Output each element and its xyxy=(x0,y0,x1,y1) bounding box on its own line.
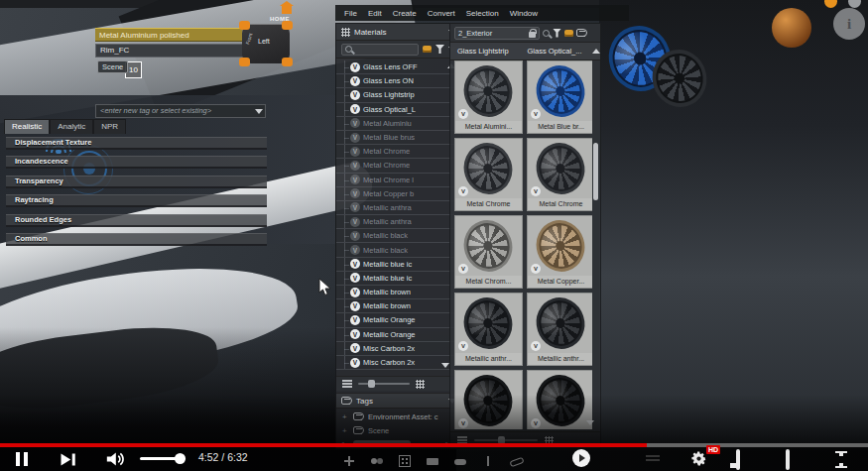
material-row[interactable]: VMetal Copper b xyxy=(336,187,461,201)
materials-list: VGlass Lens OFFVGlass Lens ONVGlass Ligh… xyxy=(336,60,461,372)
viewcube-face-front[interactable]: Front xyxy=(244,33,253,46)
expand-icon[interactable]: + xyxy=(342,412,349,421)
material-row[interactable]: VGlass Lens ON xyxy=(336,74,461,88)
horizontal-scrollbar[interactable]: ◄ ► xyxy=(338,439,461,448)
material-card[interactable]: VMetallic anthr... xyxy=(527,293,592,366)
material-row[interactable]: VMetal Aluminiu xyxy=(336,117,461,131)
miniplayer-button[interactable] xyxy=(736,449,740,470)
menu-item-create[interactable]: Create xyxy=(393,9,417,18)
chevron-down-icon[interactable] xyxy=(255,109,263,114)
material-card[interactable]: VMetal Chrom... xyxy=(454,215,523,289)
viewcube-corner[interactable] xyxy=(239,58,250,66)
material-row[interactable]: VMetallic brown xyxy=(336,299,461,313)
menu-item-convert[interactable]: Convert xyxy=(428,9,455,18)
material-row[interactable]: VGlass Lens OFF xyxy=(336,60,461,74)
tag-input[interactable]: <enter new tag or select existing> xyxy=(95,104,266,118)
section-transparency[interactable]: Transparency xyxy=(6,176,267,188)
viewcube-corner[interactable] xyxy=(239,21,250,30)
tab-npr[interactable]: NPR xyxy=(93,119,126,134)
viewcube[interactable]: HOME Front Left xyxy=(240,2,304,63)
material-card[interactable]: VMetal Copper... xyxy=(527,215,592,289)
tag-row[interactable]: +Scene xyxy=(336,423,461,437)
material-badge-icon: V xyxy=(531,418,541,428)
scroll-up-icon[interactable] xyxy=(592,49,600,54)
viewcube-face-left[interactable]: Left xyxy=(258,38,270,45)
column-header[interactable]: Glass Lightstrip xyxy=(450,47,521,56)
material-card[interactable]: VMetallic anthr... xyxy=(454,293,523,366)
section-raytracing[interactable]: Raytracing xyxy=(6,194,267,207)
material-label: Metal Chrome l xyxy=(363,176,414,184)
scroll-left-icon[interactable]: ◄ xyxy=(338,440,345,447)
expand-icon[interactable]: + xyxy=(342,426,349,435)
material-row[interactable]: VMetallic blue ic xyxy=(336,272,461,286)
list-view-icon[interactable] xyxy=(457,436,467,444)
viewcube-cube[interactable]: Front Left xyxy=(242,24,290,63)
viewcube-corner[interactable] xyxy=(282,21,293,30)
settings-gear-icon[interactable] xyxy=(690,450,707,471)
material-icon: V xyxy=(350,133,360,143)
material-row[interactable]: VMetallic brown xyxy=(336,286,461,299)
material-badge-icon: V xyxy=(531,264,541,274)
material-card[interactable]: VMetal Alumini... xyxy=(454,60,523,134)
tag-filter-icon[interactable] xyxy=(423,46,432,53)
material-row[interactable]: VMetallic anthra xyxy=(336,215,461,229)
section-incandescence[interactable]: Incandescence xyxy=(6,156,267,169)
home-icon[interactable] xyxy=(282,6,292,14)
highlight-toggle-icon[interactable] xyxy=(564,30,573,37)
material-icon: V xyxy=(350,315,360,325)
menu-item-window[interactable]: Window xyxy=(510,9,538,18)
scroll-down-icon[interactable] xyxy=(441,363,449,368)
viewcube-corner[interactable] xyxy=(282,58,293,66)
material-row[interactable]: VMetallic black xyxy=(336,243,461,257)
filter-icon[interactable] xyxy=(553,29,561,38)
vertical-scrollbar-thumb[interactable] xyxy=(593,143,598,200)
scroll-down-icon[interactable] xyxy=(586,420,594,425)
grid-view-icon[interactable] xyxy=(416,380,425,389)
tags-title: Tags xyxy=(356,397,444,406)
material-row[interactable]: VMetal Chrome xyxy=(336,145,461,159)
material-row[interactable]: VMetallic black xyxy=(336,229,461,243)
material-card[interactable]: VMetal Blue br... xyxy=(527,60,592,134)
material-row[interactable]: VMetallic blue ic xyxy=(336,258,461,272)
material-card[interactable]: VMetallic black xyxy=(527,370,592,429)
lock-icon[interactable] xyxy=(529,32,536,38)
thumbnail-size-slider[interactable] xyxy=(474,439,538,441)
column-header[interactable]: Glass Optical_... xyxy=(521,47,591,56)
material-row[interactable]: VMetal Blue brus xyxy=(336,131,461,145)
filter-icon[interactable] xyxy=(435,45,444,54)
material-row[interactable]: VMetallic anthra xyxy=(336,201,461,215)
tab-analytic[interactable]: Analytic xyxy=(50,119,93,134)
tag-chip[interactable]: Scene xyxy=(97,60,128,73)
theater-mode-button[interactable] xyxy=(786,449,790,470)
material-card[interactable]: VMetal Chrome xyxy=(527,138,592,211)
menu-item-selection[interactable]: Selection xyxy=(466,9,499,18)
material-row[interactable]: VMetallic Orange xyxy=(336,328,461,342)
materials-header[interactable]: Materials xyxy=(336,24,461,41)
material-row[interactable]: VGlass Lightstrip xyxy=(336,88,461,102)
section-displacement-texture[interactable]: Displacement Texture xyxy=(6,137,267,150)
material-row[interactable]: VMetal Chrome l xyxy=(336,174,461,187)
material-card[interactable]: VMetal Chrome xyxy=(454,138,523,211)
tags-header[interactable]: Tags xyxy=(336,393,461,409)
search-icon[interactable] xyxy=(543,30,550,37)
material-row[interactable]: VMetal Chrome xyxy=(336,159,461,173)
tab-realistic[interactable]: Realistic xyxy=(4,119,50,134)
info-icon[interactable]: i xyxy=(833,8,865,40)
scrollbar-thumb[interactable] xyxy=(353,440,411,447)
material-row[interactable]: VMisc Carbon 2x xyxy=(336,342,461,356)
grid-view-icon[interactable] xyxy=(545,436,554,445)
menubar: FileEditCreateConvertSelectionWindow xyxy=(335,5,629,21)
tag-row[interactable]: +Environment Asset: c xyxy=(336,410,461,423)
section-common[interactable]: Common xyxy=(6,233,267,246)
material-row[interactable]: VGlass Optical_L xyxy=(336,103,461,117)
search-input[interactable]: 2_Exterior xyxy=(454,27,540,40)
list-view-icon[interactable] xyxy=(342,380,352,388)
thumbnail-size-slider[interactable] xyxy=(358,383,410,385)
card-view-icon[interactable] xyxy=(576,29,587,37)
section-rounded-edges[interactable]: Rounded Edges xyxy=(6,214,267,227)
material-card[interactable]: VMetallic black xyxy=(454,370,523,429)
menu-item-file[interactable]: File xyxy=(344,9,357,18)
search-input[interactable] xyxy=(341,44,419,56)
material-row[interactable]: VMetallic Orange xyxy=(336,313,461,327)
menu-item-edit[interactable]: Edit xyxy=(368,9,382,18)
